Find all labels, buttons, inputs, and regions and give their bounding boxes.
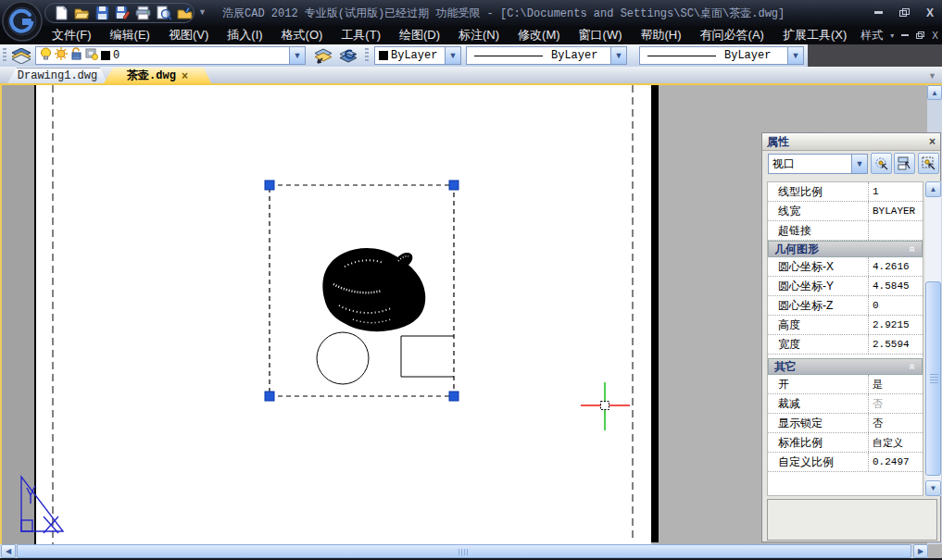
palette-scrollbar[interactable]: ▲ ▼ [925,181,941,496]
menu-express-tools[interactable]: 扩展工具(X) [783,27,847,44]
doc-close-button[interactable]: X [932,31,938,41]
lineweight-combo-chevron-icon[interactable]: ▼ [787,47,803,64]
lineweight-combo[interactable]: ByLayer ▼ [639,46,804,65]
lineweight-sample [647,56,716,56]
tab-overflow-icon[interactable]: ▼ [928,71,936,81]
tab-close-icon[interactable]: × [182,69,188,82]
property-row: 开 是 [768,375,923,394]
layer-plot-icon[interactable] [85,48,98,64]
layer-properties-button[interactable] [10,46,32,65]
quick-access-overflow-icon[interactable]: ▼ [198,7,207,17]
doc-restore-button[interactable] [916,31,924,39]
grip-bottom-left[interactable] [265,392,274,401]
menu-format[interactable]: 格式(O) [282,27,323,44]
grip-top-right[interactable] [449,180,458,190]
layer-thaw-sun-icon[interactable] [55,47,68,64]
properties-title-bar[interactable]: 属性 × [762,133,940,151]
scroll-up-icon[interactable]: ▲ [925,181,941,197]
doc-minimize-button[interactable] [901,34,909,36]
menu-edit[interactable]: 编辑(E) [110,27,150,44]
prop-value[interactable]: 0 [869,300,923,311]
prop-value[interactable]: 1 [869,186,923,197]
publish-icon[interactable] [177,6,193,20]
properties-palette: 属性 × 视口 ▼ 线型比例 1 线宽 B [761,132,941,542]
layer-previous-button[interactable] [336,46,360,65]
menu-dimension[interactable]: 标注(N) [458,27,499,44]
prop-value[interactable]: 2.5594 [869,339,923,350]
canvas-horizontal-scrollbar[interactable]: ◀ ▶ [0,544,942,558]
menu-bar: 文件(F) 编辑(E) 视图(V) 插入(I) 格式(O) 工具(T) 绘图(D… [0,26,942,44]
app-logo-icon[interactable] [2,1,43,42]
prop-value[interactable]: 4.2616 [869,261,923,272]
prop-value[interactable]: 0.2497 [869,456,923,467]
object-type-combo[interactable]: 视口 ▼ [768,154,868,174]
quick-select-button[interactable] [918,153,939,174]
color-combo-chevron-icon[interactable]: ▼ [445,47,460,64]
prop-value[interactable]: 4.5845 [869,280,923,292]
layer-on-bulb-icon[interactable] [40,47,52,64]
minimize-button[interactable] [870,6,886,19]
style-chevron-icon[interactable]: ▾ [890,31,894,40]
layer-combo-chevron-icon[interactable]: ▼ [289,47,305,64]
menu-file[interactable]: 文件(F) [52,27,92,44]
style-toolbar-label[interactable]: 样式 [860,28,883,44]
property-row: 圆心坐标-Y 4.5845 [768,277,923,296]
prop-label: 自定义比例 [768,453,869,471]
tab-teapot[interactable]: 茶壶.dwg × [104,68,211,83]
prop-value[interactable]: 是 [869,378,923,392]
other-section-header[interactable]: 其它 « [768,358,923,375]
layer-unlock-icon[interactable] [70,47,82,64]
prop-value[interactable]: 2.9215 [869,319,923,330]
window-title: 浩辰CAD 2012 专业版(试用版)已经过期 功能受限 - [C:\Docum… [222,6,797,22]
tab-drawing1[interactable]: Drawing1.dwg [7,68,107,83]
menu-tools[interactable]: 工具(T) [341,27,381,44]
crosshair-cursor [581,382,630,430]
new-file-icon[interactable] [55,6,69,20]
prop-value[interactable]: BYLAYER [869,205,923,217]
scroll-down-icon[interactable]: ▼ [925,480,941,496]
grip-top-left[interactable] [265,180,274,190]
ucs-icon [21,477,63,533]
menu-draw[interactable]: 绘图(D) [399,27,440,44]
circle-entity[interactable] [317,332,369,384]
toolbar-grip[interactable] [365,48,369,63]
save-as-icon[interactable] [115,6,130,20]
menu-qa[interactable]: 有问必答(A) [700,27,764,44]
collapse-chevron-icon[interactable]: « [907,364,920,370]
properties-close-icon[interactable]: × [929,135,936,148]
menu-help[interactable]: 帮助(H) [641,27,682,44]
prop-label: 显示锁定 [768,414,869,432]
menu-modify[interactable]: 修改(M) [518,27,560,44]
object-type-chevron-icon[interactable]: ▼ [851,155,867,173]
menu-window[interactable]: 窗口(W) [579,27,622,44]
grip-bottom-right[interactable] [449,392,458,401]
prop-value[interactable]: 自定义 [869,436,923,450]
restore-button[interactable] [896,6,912,19]
toggle-pickadd-button[interactable] [871,153,892,174]
rectangle-entity[interactable] [401,336,454,377]
linetype-combo-chevron-icon[interactable]: ▼ [610,47,626,64]
teapot-entity[interactable] [322,248,425,331]
scroll-up-icon[interactable]: ▲ [927,85,942,100]
print-icon[interactable] [135,6,151,20]
prop-value[interactable]: 否 [869,417,923,430]
palette-scroll-thumb[interactable] [925,281,941,476]
linetype-combo[interactable]: ByLayer ▼ [466,46,627,65]
collapse-chevron-icon[interactable]: « [907,246,920,253]
menu-insert[interactable]: 插入(I) [227,27,262,44]
layer-combo[interactable]: 0 ▼ [35,46,306,65]
open-file-icon[interactable] [74,6,90,20]
toolbar-grip[interactable] [3,48,6,63]
scroll-left-icon[interactable]: ◀ [1,544,16,558]
color-combo[interactable]: ByLayer ▼ [374,46,461,65]
select-objects-button[interactable] [894,153,915,174]
menu-view[interactable]: 视图(V) [169,27,208,44]
print-preview-icon[interactable] [157,6,171,20]
make-object-layer-current-button[interactable] [311,46,335,65]
save-icon[interactable] [95,6,109,20]
scroll-right-icon[interactable]: ▶ [913,544,928,558]
horizontal-scroll-thumb[interactable] [17,544,911,558]
close-button[interactable]: X [922,6,938,19]
geometry-section-header[interactable]: 几何图形 « [768,241,923,257]
linetype-value: ByLayer [551,49,597,62]
